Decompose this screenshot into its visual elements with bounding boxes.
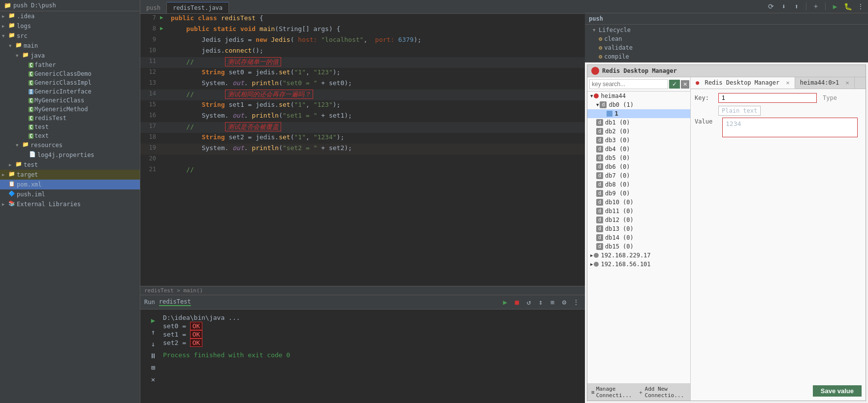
no-run-20: [160, 155, 169, 155]
chevron-right-icon: ▶: [2, 202, 7, 207]
redis-tree-db14[interactable]: ddb14 (0): [587, 233, 690, 242]
run-output-sidebar: ▶ ↑ ↓ ⏸ ⊞ ✕: [148, 313, 163, 399]
maven-clean-label: clean: [604, 35, 622, 42]
run-btn-7[interactable]: ▶: [160, 14, 169, 21]
redis-tree-db15[interactable]: ddb15 (0): [587, 242, 690, 251]
redis-tree-ip2[interactable]: ▶ 192.168.56.101: [587, 260, 690, 269]
maven-clean-item[interactable]: ⚙ clean: [589, 34, 864, 43]
sidebar-down-btn[interactable]: ↓: [148, 339, 158, 349]
tree-item-external-libs[interactable]: ▶ 📚 External Libraries: [0, 199, 140, 209]
redis-search-btn[interactable]: ✓: [669, 80, 680, 89]
tree-item-genericclassdemo[interactable]: ▶ C GenericClassDemo: [0, 69, 140, 78]
chevron-right-icon: ▶: [2, 14, 7, 19]
run-settings-btn[interactable]: ⚙: [559, 297, 569, 307]
redis-detail-tab-main[interactable]: ● Redis Desktop Manager ✕: [691, 77, 795, 89]
tree-item-target[interactable]: ▶ 📁 target: [0, 170, 140, 180]
toolbar-run-btn[interactable]: ▶: [830, 1, 840, 12]
redis-key-input[interactable]: [718, 93, 817, 103]
redis-tree-heima44[interactable]: ▼ heima44: [587, 92, 690, 100]
redis-plain-text-tab[interactable]: Plain text: [718, 106, 761, 116]
no-run-18: [160, 133, 169, 133]
redis-tree-db13[interactable]: ddb13 (0): [587, 224, 690, 233]
run-btn-8[interactable]: ▶: [160, 25, 169, 31]
redis-tree-db4[interactable]: ddb4 (0): [587, 145, 690, 154]
tree-item-genericinterface[interactable]: ▶ I GenericInterface: [0, 87, 140, 96]
tree-item-genericclassimpl[interactable]: ▶ C GenericClassImpl: [0, 78, 140, 87]
server-dot-icon-2: [594, 262, 599, 267]
sidebar-up-btn[interactable]: ↑: [148, 327, 158, 337]
tree-item-resources[interactable]: ▼ 📁 resources: [0, 140, 140, 150]
run-filter-btn[interactable]: ≡: [547, 297, 557, 307]
sidebar-filter2-btn[interactable]: ⊞: [148, 363, 158, 372]
project-tree: ▶ 📁 .idea ▶ 📁 logs ▼ 📁 src ▼ 📁 main: [0, 11, 140, 403]
run-rerun-btn[interactable]: ↺: [524, 297, 534, 307]
tab-push[interactable]: push: [140, 2, 167, 13]
redis-tree-panel: ✓ ✕ ▼ heima44 ▼ d: [587, 77, 691, 401]
tree-item-pom[interactable]: ▶ 📋 pom.xml: [0, 180, 140, 189]
class-c-icon: C: [29, 124, 33, 130]
redis-tree-db11[interactable]: ddb11 (0): [587, 207, 690, 216]
tree-item-log4j[interactable]: ▶ 📄 log4j.properties: [0, 150, 140, 160]
tree-item-src[interactable]: ▼ 📁 src: [0, 31, 140, 41]
sidebar-run-btn[interactable]: ▶: [148, 315, 158, 325]
tree-item-father[interactable]: ▶ C father: [0, 61, 140, 69]
redis-tree-db10[interactable]: ddb10 (0): [587, 198, 690, 207]
redis-tree-db3[interactable]: ddb3 (0): [587, 136, 690, 145]
run-stop-btn[interactable]: ■: [512, 297, 522, 307]
tree-item-idea[interactable]: ▶ 📁 .idea: [0, 11, 140, 21]
redis-tree-key1[interactable]: ▶ 1: [587, 109, 690, 118]
tree-item-text-class[interactable]: ▶ C text: [0, 131, 140, 140]
tree-item-push-iml[interactable]: ▶ 🔷 push.iml: [0, 189, 140, 199]
toolbar-download-btn[interactable]: ⬇: [778, 1, 789, 12]
redis-db12-label: db12 (0): [605, 217, 634, 223]
redis-tree-db0[interactable]: ▼ d db0 (1): [587, 100, 690, 109]
code-line-18: 18 String set2 = jedis.set("1", "1234");: [140, 133, 585, 144]
redis-db10-label: db10 (0): [605, 199, 634, 206]
line-content-18: String set2 = jedis.set("1", "1234");: [169, 133, 585, 141]
redis-search-clear-btn[interactable]: ✕: [681, 80, 689, 89]
toolbar-upload-btn[interactable]: ⬆: [791, 1, 802, 12]
tree-item-mygenericclass[interactable]: ▶ C MyGenericClass: [0, 96, 140, 105]
run-play-btn[interactable]: ▶: [500, 297, 510, 307]
tree-item-test-class[interactable]: ▶ C test: [0, 123, 140, 131]
run-scroll-btn[interactable]: ↕: [536, 297, 546, 307]
redis-tree-db1[interactable]: ddb1 (0): [587, 118, 690, 127]
toolbar-more2-btn[interactable]: ⋮: [855, 1, 866, 12]
tree-item-mygenericmethod[interactable]: ▶ C MyGenericMethod: [0, 105, 140, 114]
redis-value-box[interactable]: 1234: [722, 118, 858, 137]
tree-item-test-folder[interactable]: ▶ 📁 test: [0, 160, 140, 170]
redis-tree-db12[interactable]: ddb12 (0): [587, 216, 690, 224]
redis-tree-ip1[interactable]: ▶ 192.168.229.17: [587, 251, 690, 260]
redis-tree-db2[interactable]: ddb2 (0): [587, 127, 690, 136]
tree-item-redistest[interactable]: ▶ C redisTest: [0, 114, 140, 123]
chevron-right-icon: ▶: [2, 172, 7, 177]
tree-item-logs[interactable]: ▶ 📁 logs: [0, 21, 140, 31]
run-more-btn[interactable]: ⋮: [571, 297, 581, 307]
redis-tree-db6[interactable]: ddb6 (0): [587, 162, 690, 171]
tree-item-java[interactable]: ▼ 📁 java: [0, 51, 140, 61]
redis-search-input[interactable]: [589, 79, 668, 89]
tree-item-main[interactable]: ▼ 📁 main: [0, 41, 140, 51]
toolbar-debug-btn[interactable]: 🐛: [842, 1, 853, 12]
sidebar-close2-btn[interactable]: ✕: [148, 374, 158, 384]
redis-tree-db7[interactable]: ddb7 (0): [587, 171, 690, 180]
redis-tree-db5[interactable]: ddb5 (0): [587, 154, 690, 162]
tab-redistest[interactable]: redisTest.java: [167, 2, 229, 13]
maven-compile-item[interactable]: ⚙ compile: [589, 52, 864, 61]
redis-tree-db9[interactable]: ddb9 (0): [587, 189, 690, 198]
maven-validate-item[interactable]: ⚙ validate: [589, 43, 864, 52]
toolbar-plus-btn[interactable]: ＋: [810, 1, 821, 12]
line-num-7: 7: [140, 14, 160, 21]
redis-tree-db8[interactable]: ddb8 (0): [587, 180, 690, 189]
redis-detail-tab-key-close[interactable]: ✕: [845, 79, 849, 86]
redis-add-btn[interactable]: ＋ Add New Connectio...: [638, 386, 686, 399]
redis-manage-btn[interactable]: ≡ Manage Connecti...: [591, 386, 634, 399]
redis-save-btn[interactable]: Save value: [813, 385, 862, 397]
redis-key-value-section: Key: Type Value Plain text 12: [691, 89, 866, 144]
redis-detail-tab-main-close[interactable]: ✕: [786, 79, 789, 86]
tree-label-mygenericclass: MyGenericClass: [34, 97, 84, 104]
toolbar-sync-btn[interactable]: ⟳: [766, 1, 776, 12]
sidebar-pause-btn[interactable]: ⏸: [148, 351, 158, 361]
redis-detail-tab-key[interactable]: heima44:0>1 ✕: [795, 77, 855, 89]
maven-lifecycle-item[interactable]: ▼ Lifecycle: [589, 26, 864, 34]
